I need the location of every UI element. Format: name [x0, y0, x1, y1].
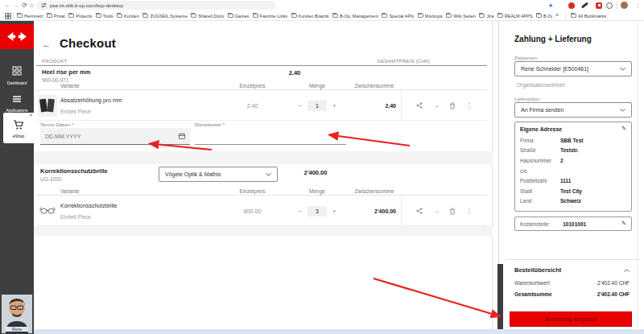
kebab-menu-icon[interactable]: ⋮: [466, 208, 473, 215]
bookmark-star-icon[interactable]: ★: [548, 1, 553, 10]
move-arrow-icon[interactable]: →: [433, 102, 440, 109]
address-value: Teststr.: [560, 147, 626, 153]
address-value: Test City: [560, 188, 626, 194]
browser-menu-icon[interactable]: ⋮: [635, 1, 641, 10]
bookmark-folder[interactable]: Shared Docs: [191, 14, 224, 19]
sbb-logo[interactable]: [0, 24, 34, 49]
apps-grid-icon[interactable]: [5, 13, 11, 19]
col-menge: Menge: [287, 83, 348, 89]
unit-price: 800.00: [218, 208, 287, 214]
toolbar-divider: [617, 2, 617, 9]
col-einzelpreis: Einzelpreis: [218, 188, 287, 194]
bookmark-folder[interactable]: Tools: [96, 14, 114, 19]
bookmark-folder[interactable]: Favorite Links: [253, 14, 287, 19]
dashboard-grid-icon: [12, 66, 22, 76]
qty-minus-button[interactable]: −: [298, 102, 302, 109]
bookmark-label: ZUGSEIL Systeme: [150, 14, 187, 19]
move-arrow-icon[interactable]: →: [433, 208, 440, 215]
back-button[interactable]: ←: [42, 39, 51, 49]
qty-minus-button[interactable]: −: [298, 208, 302, 215]
bookmark-folder[interactable]: ZUGSEIL Systeme: [142, 14, 187, 19]
address-title: Eigene Adresse: [520, 126, 626, 132]
bookmark-label: Jira: [486, 14, 493, 19]
bookmarks-bar: Heimnetz Privat Projects Tools Kunden ZU…: [0, 10, 644, 21]
close-icon[interactable]: ×: [29, 113, 32, 118]
bookmark-label: Favorite Links: [260, 14, 287, 19]
variant-row: Korrektionsschutzbrille Einheit Piece 80…: [36, 196, 487, 226]
sidebar-item-applications[interactable]: Applications: [0, 92, 34, 113]
sidebar-item-label: eShop: [3, 134, 34, 138]
bookmark-folder[interactable]: Games: [228, 14, 250, 19]
extension-icon[interactable]: [568, 2, 575, 9]
address-row: Straße Teststr.: [520, 146, 626, 156]
bookmark-folder[interactable]: B-Op. Management: [332, 14, 378, 19]
bookmark-folder[interactable]: B-Op Admin: [536, 14, 552, 19]
address-row: Stadt Test City: [520, 186, 626, 196]
col-menge: Menge: [287, 188, 348, 194]
browser-forward-button[interactable]: →: [13, 1, 19, 10]
all-bookmarks-button[interactable]: All Bookmarks: [571, 10, 606, 21]
kebab-menu-icon[interactable]: ⋮: [466, 102, 473, 109]
browser-reload-button[interactable]: ⟳: [22, 1, 27, 10]
row-actions: → ⋮: [401, 90, 487, 121]
bookmark-label: REALM APPS: [505, 14, 533, 19]
edit-kostenstelle-icon[interactable]: ✎: [621, 221, 626, 227]
subtotal: 2'400.00: [348, 208, 401, 214]
panel-scrollbar-thumb[interactable]: [497, 264, 503, 329]
bookmark-label: Privat: [54, 14, 65, 19]
bookmarks-overflow-chevron[interactable]: »: [555, 12, 559, 18]
qty-plus-button[interactable]: +: [332, 102, 336, 109]
qty-value[interactable]: 1: [308, 101, 327, 111]
bookmark-label: Wiki Seiten: [453, 14, 476, 19]
zielperson-select[interactable]: Rene Schneider [E500461]: [514, 61, 632, 76]
bookmarks-divider: [565, 13, 566, 19]
chevron-down-icon: [620, 68, 625, 71]
address-bar[interactable]: psa-int.sbb.b-op.com/bop-desktop: [36, 1, 276, 10]
bookmark-folder[interactable]: Mockups: [418, 14, 443, 19]
bookmark-folder[interactable]: Kunden: [117, 14, 139, 19]
bookmark-label: Kunden: [124, 14, 139, 19]
bookmark-folder[interactable]: Projects: [68, 14, 92, 19]
sidebar-item-dashboard[interactable]: Dashboard: [0, 64, 34, 85]
bookmark-folder[interactable]: Kunden Boards: [291, 14, 329, 19]
browser-profile-avatar[interactable]: [621, 2, 628, 9]
termin-datum-field[interactable]: [40, 128, 190, 145]
bookmark-folder[interactable]: Jira: [479, 14, 493, 19]
browser-back-button[interactable]: ←: [4, 1, 10, 10]
calendar-icon[interactable]: [179, 133, 185, 139]
trash-icon[interactable]: [449, 102, 456, 109]
folder-icon: [142, 14, 148, 18]
share-icon[interactable]: [416, 208, 423, 214]
variant-info: Korrektionsschutzbrille Einheit Piece: [60, 203, 218, 220]
row-actions: → ⋮: [401, 196, 487, 226]
pen-extension-icon[interactable]: [581, 2, 588, 9]
product-thumbnail: [38, 200, 57, 222]
trash-icon[interactable]: [449, 208, 456, 215]
chevron-up-icon[interactable]: [624, 269, 630, 272]
dienstleister-field[interactable]: [195, 128, 346, 145]
gesamtsumme-label: Gesamtsumme: [514, 291, 552, 297]
page-bottom-strip: [34, 329, 644, 334]
provider-select[interactable]: Vögele Optik & Mathis: [159, 167, 278, 182]
termin-datum-input[interactable]: [45, 134, 179, 139]
bookmark-folder[interactable]: Special APIs: [382, 14, 414, 19]
address-row: Hausnummer 2: [520, 155, 626, 166]
qty-value[interactable]: 3: [308, 206, 327, 216]
edit-address-icon[interactable]: ✎: [621, 126, 626, 132]
user-avatar[interactable]: Rene: [2, 295, 32, 333]
browser-chrome: ← → ⟳ ⌂ psa-int.sbb.b-op.com/bop-desktop…: [0, 0, 644, 21]
extensions-menu-icon[interactable]: [606, 2, 613, 9]
lieferoption-select[interactable]: An Firma senden: [514, 102, 632, 118]
extension-icon[interactable]: [596, 2, 602, 9]
sidebar-item-eshop-active[interactable]: × eShop: [3, 113, 34, 143]
bookmark-folder[interactable]: REALM APPS: [497, 14, 533, 19]
bookmark-folder[interactable]: Wiki Seiten: [446, 14, 476, 19]
checkout-main: ← Checkout PRODUKT GESAMTPREIS [CHF] Hee…: [34, 21, 493, 334]
bookmark-folder[interactable]: Privat: [47, 14, 65, 19]
browser-home-button[interactable]: ⌂: [30, 1, 34, 10]
qty-plus-button[interactable]: +: [332, 208, 336, 215]
bestellung-aufgeben-button[interactable]: Bestellung aufgeben: [510, 311, 632, 327]
bookmark-folder[interactable]: Heimnetz: [17, 14, 43, 19]
section-divider: [34, 226, 493, 236]
share-icon[interactable]: [416, 102, 423, 109]
